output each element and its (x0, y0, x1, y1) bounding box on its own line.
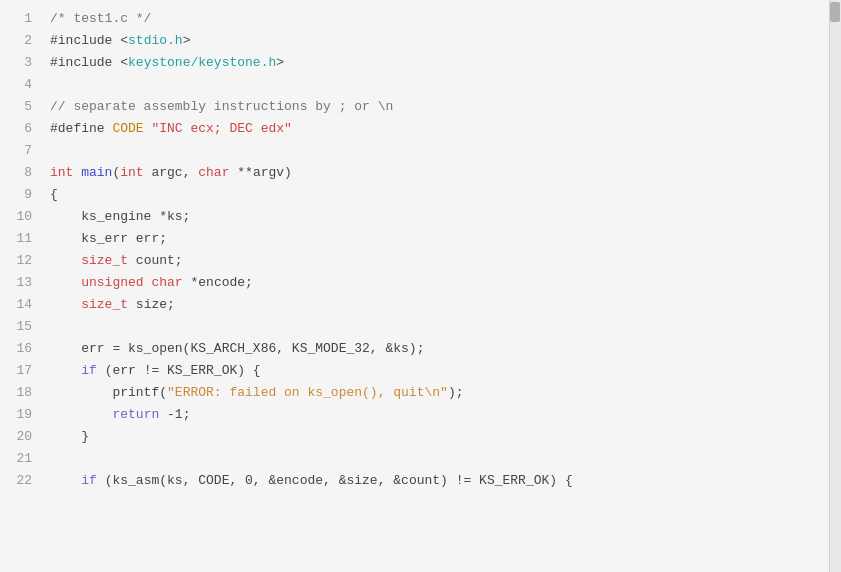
line-num-9: 9 (0, 184, 42, 206)
line-num-20: 20 (0, 426, 42, 448)
code-line-12: size_t count; (50, 250, 829, 272)
editor-container: 1 2 3 4 5 6 7 8 9 10 11 12 13 14 15 16 1… (0, 0, 841, 572)
code-line-5: // separate assembly instructions by ; o… (50, 96, 829, 118)
scrollbar-thumb[interactable] (830, 2, 840, 22)
line-num-18: 18 (0, 382, 42, 404)
line-num-10: 10 (0, 206, 42, 228)
line-numbers: 1 2 3 4 5 6 7 8 9 10 11 12 13 14 15 16 1… (0, 0, 42, 572)
line-num-5: 5 (0, 96, 42, 118)
code-line-8: int main(int argc, char **argv) (50, 162, 829, 184)
code-line-16: err = ks_open(KS_ARCH_X86, KS_MODE_32, &… (50, 338, 829, 360)
comment-1: /* test1.c */ (50, 11, 151, 26)
code-line-13: unsigned char *encode; (50, 272, 829, 294)
line-num-22: 22 (0, 470, 42, 492)
line-num-13: 13 (0, 272, 42, 294)
line-num-16: 16 (0, 338, 42, 360)
line-num-2: 2 (0, 30, 42, 52)
code-line-14: size_t size; (50, 294, 829, 316)
line-num-6: 6 (0, 118, 42, 140)
code-line-19: return -1; (50, 404, 829, 426)
code-line-21 (50, 448, 829, 470)
line-num-15: 15 (0, 316, 42, 338)
code-line-15 (50, 316, 829, 338)
code-line-2: #include <stdio.h> (50, 30, 829, 52)
code-line-1: /* test1.c */ (50, 8, 829, 30)
line-num-12: 12 (0, 250, 42, 272)
code-area: 1 2 3 4 5 6 7 8 9 10 11 12 13 14 15 16 1… (0, 0, 829, 572)
code-line-20: } (50, 426, 829, 448)
code-line-10: ks_engine *ks; (50, 206, 829, 228)
line-num-4: 4 (0, 74, 42, 96)
line-num-8: 8 (0, 162, 42, 184)
code-line-22: if (ks_asm(ks, CODE, 0, &encode, &size, … (50, 470, 829, 492)
code-line-11: ks_err err; (50, 228, 829, 250)
line-num-1: 1 (0, 8, 42, 30)
line-num-21: 21 (0, 448, 42, 470)
code-line-9: { (50, 184, 829, 206)
line-num-7: 7 (0, 140, 42, 162)
line-num-11: 11 (0, 228, 42, 250)
code-content[interactable]: /* test1.c */ #include <stdio.h> #includ… (42, 0, 829, 572)
code-line-7 (50, 140, 829, 162)
line-num-17: 17 (0, 360, 42, 382)
code-line-4 (50, 74, 829, 96)
line-num-3: 3 (0, 52, 42, 74)
line-num-14: 14 (0, 294, 42, 316)
code-line-6: #define CODE "INC ecx; DEC edx" (50, 118, 829, 140)
code-line-17: if (err != KS_ERR_OK) { (50, 360, 829, 382)
line-num-19: 19 (0, 404, 42, 426)
code-line-18: printf("ERROR: failed on ks_open(), quit… (50, 382, 829, 404)
scrollbar-right[interactable] (829, 0, 841, 572)
code-line-3: #include <keystone/keystone.h> (50, 52, 829, 74)
